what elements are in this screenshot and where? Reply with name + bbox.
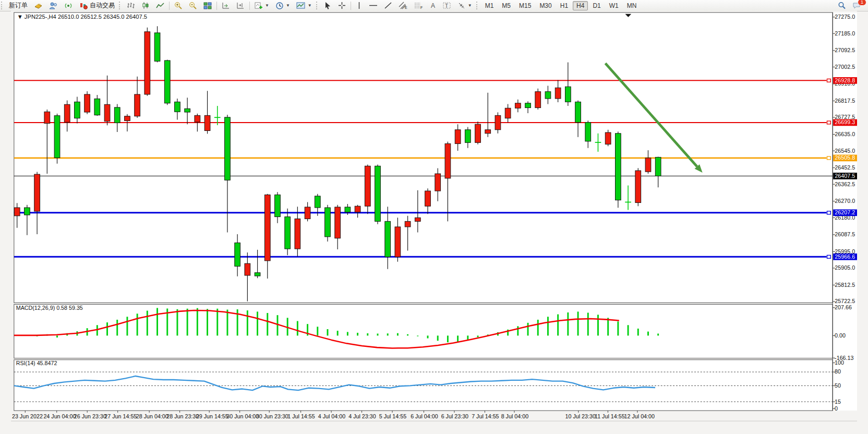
candle-body	[575, 102, 581, 122]
signal-button[interactable]	[62, 1, 76, 10]
equidistant-channel-tool-button[interactable]: E	[396, 1, 411, 10]
timeframe-button-H4[interactable]: H4	[573, 1, 588, 10]
price-axis-label: 26635.0	[835, 131, 855, 137]
candlestick-mode-button[interactable]	[139, 1, 152, 10]
candle-body	[655, 157, 661, 176]
candle-body	[545, 92, 551, 99]
candle-body	[25, 208, 30, 215]
vertical-line-tool-button[interactable]	[353, 1, 365, 10]
svg-text:E: E	[405, 6, 407, 9]
candle-body	[385, 221, 391, 257]
price-line-anchor[interactable]	[827, 79, 830, 82]
price-chart[interactable]: 27275.027185.027092.527002.526910.026817…	[0, 11, 868, 434]
candle-body	[75, 102, 80, 118]
chart-title: ▼ JPN225-,H4 26510.0 26512.5 26345.0 264…	[17, 14, 147, 20]
autotrade-label: 自动交易	[90, 1, 115, 10]
candle-body	[44, 112, 50, 123]
horizontal-line-tool-button[interactable]	[366, 1, 380, 10]
rsi-axis-label: 100	[835, 359, 844, 366]
toolbar-grip[interactable]	[1, 2, 5, 9]
timeframe-button-M30[interactable]: M30	[536, 1, 555, 10]
candle-body	[495, 115, 501, 129]
timeframe-button-M15[interactable]: M15	[515, 1, 535, 10]
price-line-anchor[interactable]	[827, 121, 830, 124]
time-axis-label: 10 Jul 23:30	[565, 413, 595, 419]
candle-body	[475, 124, 481, 142]
text-label-icon: T	[443, 2, 451, 9]
bar-chart-icon	[127, 2, 135, 9]
search-icon	[838, 2, 846, 9]
candle-body	[616, 134, 621, 200]
auto-scroll-icon	[222, 2, 230, 9]
price-line-anchor[interactable]	[827, 255, 830, 258]
timeframe-button-M1[interactable]: M1	[481, 1, 498, 10]
timeframe-button-M5[interactable]: M5	[498, 1, 514, 10]
candle-body	[465, 130, 471, 143]
chat-notifications-button[interactable]: 1	[850, 1, 864, 10]
toolbar-grip[interactable]	[119, 2, 123, 9]
candle-body	[315, 196, 320, 208]
gold-deposit-icon[interactable]	[31, 1, 45, 10]
arrows-tool-button[interactable]: ▼	[455, 1, 475, 10]
candle-body	[144, 32, 150, 94]
bar-chart-mode-button[interactable]	[124, 1, 138, 10]
search-button[interactable]	[835, 1, 849, 10]
chart-template-icon	[296, 2, 306, 9]
auto-scroll-button[interactable]	[219, 1, 233, 10]
tile-windows-button[interactable]	[201, 1, 214, 10]
crosshair-tool-button[interactable]	[335, 1, 348, 10]
price-line-axis-value: 26928.8	[835, 77, 855, 83]
time-axis-label: 23 Jun 2022	[12, 413, 43, 419]
trendline-tool-button[interactable]	[381, 1, 395, 10]
candle-body	[605, 132, 611, 144]
price-axis-label: 26087.5	[835, 231, 855, 237]
cursor-tool-button[interactable]	[321, 1, 334, 10]
arrows-icon	[457, 2, 466, 9]
svg-text:A: A	[431, 2, 435, 9]
timeframe-button-W1[interactable]: W1	[606, 1, 622, 10]
macd-axis-label: 0.00	[835, 332, 846, 339]
toolbar-grip[interactable]	[476, 2, 480, 9]
tile-windows-icon	[203, 2, 212, 9]
new-order-button[interactable]: 新订单	[6, 0, 30, 11]
profile-button[interactable]	[46, 1, 61, 10]
crosshair-icon	[338, 2, 346, 9]
candle-body	[285, 217, 291, 249]
toolbar-grip[interactable]	[316, 2, 320, 9]
candle-body	[645, 158, 651, 172]
time-axis-label: 12 Jul 04:00	[624, 413, 655, 419]
price-line-anchor[interactable]	[827, 211, 830, 214]
zoom-in-button[interactable]	[172, 1, 185, 10]
notification-badge: 1	[858, 0, 866, 6]
timeframe-button-D1[interactable]: D1	[589, 1, 604, 10]
price-axis-label: 25905.0	[835, 264, 855, 271]
candle-body	[345, 207, 351, 212]
line-chart-mode-button[interactable]	[153, 1, 167, 10]
add-indicator-button[interactable]: ▼	[252, 1, 272, 10]
candle-body	[175, 102, 180, 112]
text-label-tool-button[interactable]: T	[440, 1, 454, 10]
price-line-anchor[interactable]	[827, 156, 830, 160]
candle-body	[635, 171, 641, 202]
candle-body	[154, 33, 160, 61]
candle-body	[585, 123, 591, 141]
price-axis-label: 26817.5	[835, 98, 855, 104]
zoom-out-button[interactable]	[186, 1, 200, 10]
timeframe-button-H1[interactable]: H1	[557, 1, 572, 10]
periodicity-button[interactable]: ▼	[273, 1, 293, 10]
chart-shift-button[interactable]	[234, 1, 247, 10]
template-button[interactable]: ▼	[294, 1, 315, 10]
candle-body	[64, 104, 70, 122]
candle-body	[445, 143, 451, 178]
timeframe-button-MN[interactable]: MN	[623, 1, 641, 10]
time-axis-label: 11 Jul 14:55	[595, 413, 625, 419]
text-tool-button[interactable]: A	[427, 1, 439, 10]
fibonacci-tool-button[interactable]: F	[412, 1, 426, 10]
candle-body	[54, 116, 60, 158]
candle-body	[245, 263, 250, 275]
candle-body	[505, 108, 511, 118]
time-axis-label: 30 Jun 04:00	[226, 413, 259, 419]
autotrade-button[interactable]: 自动交易	[77, 0, 117, 11]
price-axis-label: 25722.5	[835, 298, 855, 304]
candle-body	[455, 130, 461, 144]
